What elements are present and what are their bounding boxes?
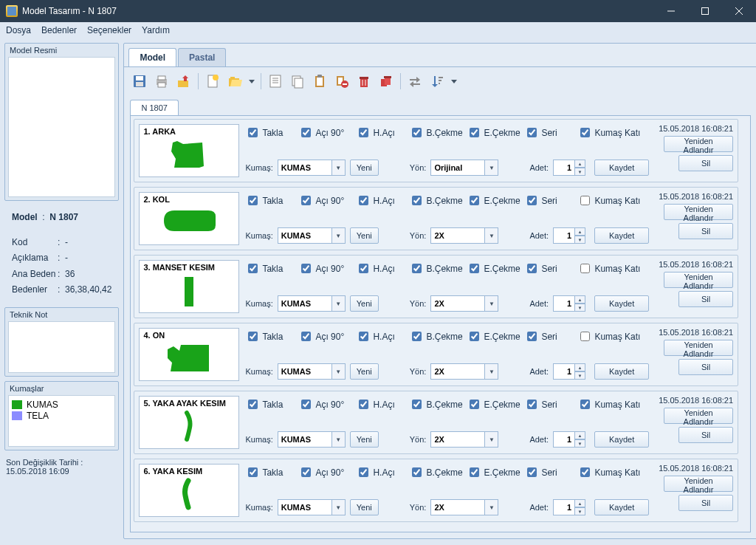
yon-combo[interactable]: ▼ [430,363,498,380]
adet-spinner[interactable]: ▲▼ [553,363,585,380]
open-dropdown-icon[interactable] [247,72,256,91]
dropdown-icon[interactable]: ▼ [485,227,498,244]
rename-button[interactable]: Yeniden Adlandır [664,408,733,424]
sort-dropdown-icon[interactable] [450,72,458,91]
menu-dosya[interactable]: Dosya [6,25,31,35]
takla-checkbox[interactable] [248,400,258,409]
menu-secenekler[interactable]: Seçenekler [87,25,131,35]
yon-input[interactable] [430,431,485,448]
ecekme-checkbox[interactable] [470,467,479,477]
aci90-checkbox[interactable] [301,196,311,205]
aci90-checkbox[interactable] [301,128,311,137]
kumas-combo[interactable]: ▼ [278,499,346,515]
yon-combo[interactable]: ▼ [430,499,498,515]
kumas-input[interactable] [278,499,332,515]
spin-down-icon[interactable]: ▼ [575,236,585,244]
sil-button[interactable]: Sil [678,291,733,307]
rename-button[interactable]: Yeniden Adlandır [664,272,733,288]
kumas-input[interactable] [278,431,332,448]
kaydet-button[interactable]: Kaydet [594,295,649,312]
haci-checkbox[interactable] [359,467,368,477]
spin-up-icon[interactable]: ▲ [575,227,585,236]
rename-button[interactable]: Yeniden Adlandır [664,340,733,356]
yon-combo[interactable]: ▼ [430,431,498,448]
kumaskati-checkbox[interactable] [580,332,590,341]
dropdown-icon[interactable]: ▼ [332,295,346,312]
piece-thumbnail[interactable]: 6. YAKA KESIM [139,464,239,517]
piece-thumbnail[interactable]: 5. YAKA AYAK KESIM [139,396,239,449]
dropdown-icon[interactable]: ▼ [485,431,498,448]
sil-button[interactable]: Sil [678,495,733,511]
kumas-combo[interactable]: ▼ [278,363,346,380]
dropdown-icon[interactable]: ▼ [485,363,498,380]
seri-checkbox[interactable] [527,196,537,205]
ecekme-checkbox[interactable] [470,332,479,341]
piece-thumbnail[interactable]: 4. ON [139,328,239,381]
kumaskati-checkbox[interactable] [580,196,590,205]
adet-input[interactable] [553,160,575,176]
paste-icon[interactable] [310,72,329,91]
kumas-input[interactable] [278,295,332,312]
kaydet-button[interactable]: Kaydet [594,363,649,380]
kumas-combo[interactable]: ▼ [278,160,346,176]
sil-button[interactable]: Sil [678,427,733,443]
kaydet-button[interactable]: Kaydet [594,227,649,244]
ecekme-checkbox[interactable] [470,400,479,409]
kumas-item[interactable]: TELA [12,411,111,421]
haci-checkbox[interactable] [359,128,368,137]
subtab-model[interactable]: N 1807 [130,100,178,115]
adet-spinner[interactable]: ▲▼ [553,227,585,244]
sil-button[interactable]: Sil [678,359,733,375]
yon-input[interactable] [430,295,485,312]
piece-thumbnail[interactable]: 3. MANSET KESIM [139,260,239,313]
adet-spinner[interactable]: ▲▼ [553,295,585,312]
remove-paste-icon[interactable] [332,72,351,91]
spin-down-icon[interactable]: ▼ [575,371,585,380]
dropdown-icon[interactable]: ▼ [485,295,498,312]
dropdown-icon[interactable]: ▼ [332,431,346,448]
tab-pastal[interactable]: Pastal [178,48,226,66]
spin-up-icon[interactable]: ▲ [575,363,585,371]
list-icon[interactable] [266,72,285,91]
bcekme-checkbox[interactable] [412,196,422,205]
aci90-checkbox[interactable] [301,264,311,273]
yeni-button[interactable]: Yeni [350,499,379,515]
aci90-checkbox[interactable] [301,332,311,341]
kumaskati-checkbox[interactable] [580,128,590,137]
kumas-input[interactable] [278,227,332,244]
haci-checkbox[interactable] [359,400,368,409]
kumaskati-checkbox[interactable] [580,467,590,477]
copy-icon[interactable] [288,72,307,91]
bcekme-checkbox[interactable] [412,128,422,137]
spin-down-icon[interactable]: ▼ [575,439,585,448]
yeni-button[interactable]: Yeni [350,295,379,312]
haci-checkbox[interactable] [359,332,368,341]
kumaskati-checkbox[interactable] [580,264,590,273]
yeni-button[interactable]: Yeni [350,431,379,448]
yeni-button[interactable]: Yeni [350,160,379,176]
takla-checkbox[interactable] [248,264,258,273]
yeni-button[interactable]: Yeni [350,227,379,244]
yon-input[interactable] [430,227,485,244]
sort-icon[interactable] [427,72,447,91]
kumas-combo[interactable]: ▼ [278,227,346,244]
kumas-combo[interactable]: ▼ [278,295,346,312]
seri-checkbox[interactable] [527,467,537,477]
takla-checkbox[interactable] [248,467,258,477]
rename-button[interactable]: Yeniden Adlandır [664,476,733,492]
yon-input[interactable] [430,363,485,380]
seri-checkbox[interactable] [527,128,537,137]
kumas-input[interactable] [278,160,332,176]
spin-up-icon[interactable]: ▲ [575,499,585,507]
kumas-input[interactable] [278,363,332,380]
kaydet-button[interactable]: Kaydet [594,431,649,448]
sil-button[interactable]: Sil [678,223,733,239]
bcekme-checkbox[interactable] [412,400,422,409]
close-button[interactable] [722,0,756,22]
yeni-button[interactable]: Yeni [350,363,379,380]
adet-spinner[interactable]: ▲▼ [553,431,585,448]
yon-input[interactable] [430,160,485,176]
haci-checkbox[interactable] [359,196,368,205]
takla-checkbox[interactable] [248,332,258,341]
spin-down-icon[interactable]: ▼ [575,507,585,515]
